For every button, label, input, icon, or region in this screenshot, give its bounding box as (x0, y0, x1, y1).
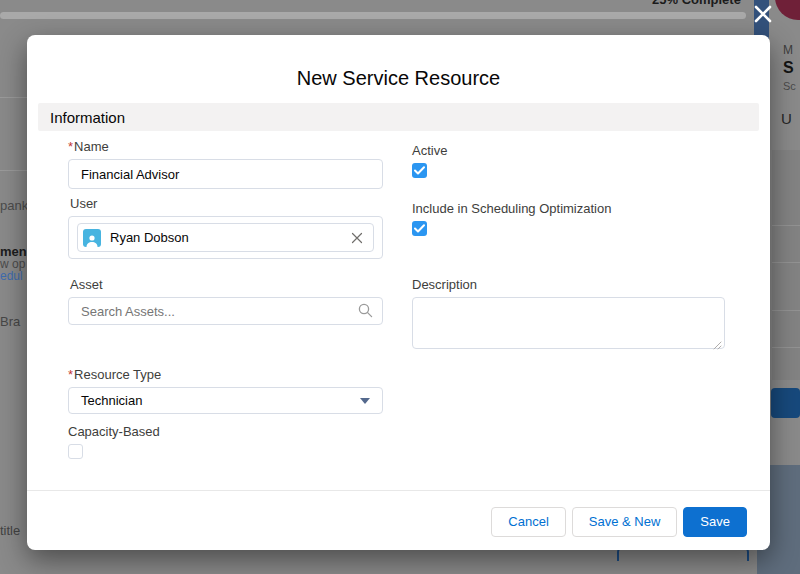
section-title: Information (38, 109, 125, 126)
check-icon (414, 224, 425, 233)
modal-title: New Service Resource (27, 67, 770, 90)
resource-type-value: Technician (81, 393, 142, 408)
active-checkbox[interactable] (412, 163, 427, 178)
modal-close-button[interactable] (750, 1, 776, 27)
user-label: User (68, 196, 383, 211)
active-label: Active (412, 143, 447, 158)
user-field-group: User Ryan Dobson (68, 196, 383, 259)
required-indicator: * (68, 367, 73, 382)
background-button (771, 388, 800, 418)
resource-type-select[interactable]: Technician (68, 387, 383, 414)
background-fragment: title (0, 524, 20, 538)
background-fragment: S (783, 59, 794, 77)
name-label: *Name (68, 139, 383, 154)
background-fragment: U (781, 111, 792, 128)
name-input[interactable] (68, 159, 383, 189)
capacity-based-label: Capacity-Based (68, 424, 160, 439)
background-fragment: Bra (0, 315, 20, 329)
background-fragment: pank (0, 199, 28, 213)
include-optimization-field-group: Include in Scheduling Optimization (412, 201, 611, 236)
include-optimization-label: Include in Scheduling Optimization (412, 201, 611, 216)
user-avatar (83, 229, 101, 247)
asset-search-input[interactable] (68, 297, 383, 325)
remove-icon (351, 232, 363, 244)
capacity-based-checkbox[interactable] (68, 444, 83, 459)
save-and-new-button[interactable]: Save & New (572, 507, 678, 537)
background-divider (0, 170, 27, 171)
background-list-rows (772, 150, 800, 380)
remove-user-button[interactable] (351, 232, 363, 244)
background-link-fragment: edul (0, 270, 23, 283)
search-icon (358, 303, 373, 318)
background-progress-bar (0, 12, 746, 19)
background-app-logo (775, 0, 800, 20)
required-indicator: * (68, 139, 73, 154)
footer-divider (27, 490, 770, 491)
save-button[interactable]: Save (683, 507, 747, 537)
include-optimization-checkbox[interactable] (412, 221, 427, 236)
check-icon (414, 166, 425, 175)
resource-type-field-group: *Resource Type Technician (68, 367, 383, 414)
modal-footer: Cancel Save & New Save (27, 507, 770, 537)
screen: 25% Complete M S Sc U pank men w op edul… (0, 0, 800, 574)
background-fragment: Sc (783, 80, 796, 92)
selected-user-name: Ryan Dobson (110, 230, 351, 245)
new-service-resource-modal: New Service Resource Information *Name A… (27, 35, 770, 550)
description-field-group: Description (412, 277, 725, 353)
background-divider (0, 97, 27, 98)
close-icon (752, 3, 774, 25)
user-lookup-field[interactable]: Ryan Dobson (68, 216, 383, 259)
name-field-group: *Name (68, 139, 383, 189)
asset-label: Asset (68, 277, 383, 292)
capacity-based-field-group: Capacity-Based (68, 424, 160, 459)
description-textarea[interactable] (412, 297, 725, 349)
cancel-button[interactable]: Cancel (491, 507, 565, 537)
selected-user-pill[interactable]: Ryan Dobson (77, 223, 374, 252)
active-field-group: Active (412, 143, 447, 178)
background-progress-label: 25% Complete (652, 0, 741, 7)
chevron-down-icon (360, 398, 370, 404)
resource-type-label: *Resource Type (68, 367, 383, 382)
asset-field-group: Asset (68, 277, 383, 325)
description-label: Description (412, 277, 725, 292)
background-fragment: M (783, 44, 793, 57)
information-section-header: Information (38, 103, 759, 131)
